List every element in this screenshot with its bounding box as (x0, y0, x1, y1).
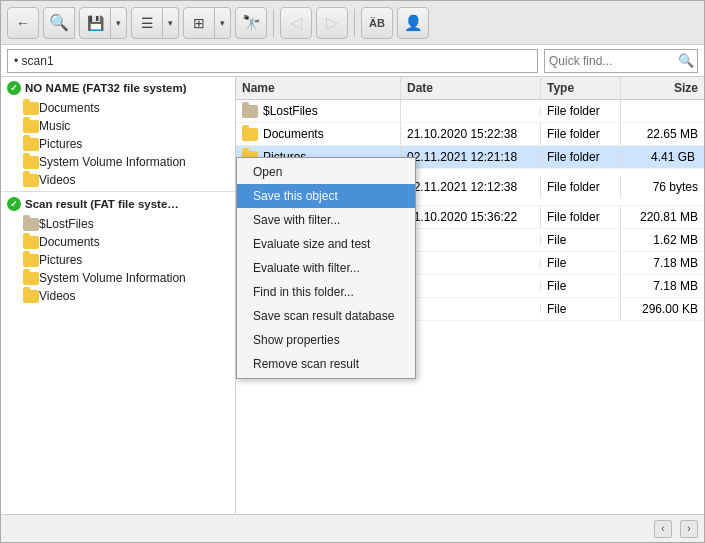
context-menu-evaluate-size[interactable]: Evaluate size and test (237, 232, 415, 256)
folder-icon (23, 290, 39, 303)
folder-icon (23, 120, 39, 133)
context-menu-show-properties[interactable]: Show properties (237, 328, 415, 352)
separator-1 (273, 9, 274, 37)
grid-button[interactable]: ⊞ (183, 7, 215, 39)
folder-icon (23, 138, 39, 151)
row-size: 220.81 MB (621, 206, 704, 228)
az-button[interactable]: ÄB (361, 7, 393, 39)
next-button[interactable]: ▷ (316, 7, 348, 39)
sys-vol-info-label-2: System Volume Information (39, 271, 186, 285)
sidebar-item-sysvolinfo-2[interactable]: System Volume Information (1, 269, 235, 287)
drive-active-icon: ✓ (7, 81, 21, 95)
sidebar-item-lostfiles[interactable]: $LostFiles (1, 215, 235, 233)
folder-icon (23, 236, 39, 249)
row-folder-gray-icon (242, 105, 258, 118)
context-menu-save-object[interactable]: Save this object (237, 184, 415, 208)
sidebar-item-music[interactable]: Music (1, 117, 235, 135)
list-button-group: ☰ ▾ (131, 7, 179, 39)
separator-2 (354, 9, 355, 37)
sidebar-item-sysvolinfo-1[interactable]: System Volume Information (1, 153, 235, 171)
status-bar: ‹ › (1, 514, 704, 542)
context-menu-save-filter[interactable]: Save with filter... (237, 208, 415, 232)
context-menu-open[interactable]: Open (237, 160, 415, 184)
scroll-left-button[interactable]: ‹ (654, 520, 672, 538)
folder-icon (23, 156, 39, 169)
search-button-group: 🔍 (43, 7, 75, 39)
row-type: File folder (541, 206, 621, 228)
folder-gray-icon (23, 218, 39, 231)
context-menu-remove-scan[interactable]: Remove scan result (237, 352, 415, 376)
save-dropdown[interactable]: ▾ (111, 7, 127, 39)
table-row[interactable]: $LostFiles File folder (236, 100, 704, 123)
prev-button[interactable]: ◁ (280, 7, 312, 39)
context-menu-evaluate-filter[interactable]: Evaluate with filter... (237, 256, 415, 280)
main-area: ✓ NO NAME (FAT32 file system) Documents … (1, 77, 704, 514)
save-button[interactable]: 💾 (79, 7, 111, 39)
sidebar-item-videos-1[interactable]: Videos (1, 171, 235, 189)
row-date: 02.11.2021 12:21:18 (401, 146, 541, 168)
scroll-right-button[interactable]: › (680, 520, 698, 538)
row-size: 1.62 MB (621, 229, 704, 251)
folder-icon (23, 102, 39, 115)
search-box: 🔍 (544, 49, 698, 73)
sidebar-item-documents-1[interactable]: Documents (1, 99, 235, 117)
sidebar-item-pictures-2[interactable]: Pictures (1, 251, 235, 269)
sys-vol-info-label-1: System Volume Information (39, 155, 186, 169)
sidebar-item-videos-2[interactable]: Videos (1, 287, 235, 305)
address-input[interactable] (7, 49, 538, 73)
row-date (401, 305, 541, 313)
folder-icon (23, 174, 39, 187)
sidebar-item-pictures-1[interactable]: Pictures (1, 135, 235, 153)
table-row[interactable]: Documents 21.10.2020 15:22:38 File folde… (236, 123, 704, 146)
col-header-name[interactable]: Name (236, 77, 401, 99)
list-button[interactable]: ☰ (131, 7, 163, 39)
row-type: File (541, 252, 621, 274)
address-bar: 🔍 (1, 45, 704, 77)
user-button[interactable]: 👤 (397, 7, 429, 39)
row-size: 4.41 GB (621, 146, 704, 168)
search-icon[interactable]: 🔍 (675, 50, 697, 72)
row-date (401, 259, 541, 267)
search-input[interactable] (545, 52, 675, 70)
row-type: File folder (541, 123, 621, 145)
row-type: File folder (541, 146, 621, 168)
row-size (621, 107, 704, 115)
row-name: $LostFiles (236, 100, 401, 122)
row-size: 7.18 MB (621, 252, 704, 274)
grid-button-group: ⊞ ▾ (183, 7, 231, 39)
row-date (401, 282, 541, 290)
row-type: File (541, 298, 621, 320)
search-button[interactable]: 🔍 (43, 7, 75, 39)
row-folder-icon (242, 128, 258, 141)
drive-scan-result[interactable]: ✓ Scan result (FAT file system; 7.86 GB.… (1, 191, 235, 215)
row-type: File (541, 229, 621, 251)
save-button-group: 💾 ▾ (79, 7, 127, 39)
col-header-date[interactable]: Date (401, 77, 541, 99)
row-size: 22.65 MB (621, 123, 704, 145)
row-date (401, 236, 541, 244)
app-window: ← 🔍 💾 ▾ ☰ ▾ ⊞ ▾ 🔭 ◁ ▷ ÄB 👤 🔍 (0, 0, 705, 543)
row-size: 76 bytes (621, 176, 704, 198)
drive-scan-icon: ✓ (7, 197, 21, 211)
list-dropdown[interactable]: ▾ (163, 7, 179, 39)
drive-no-name-label: NO NAME (FAT32 file system) (25, 82, 186, 94)
row-name: Documents (236, 123, 401, 145)
row-type: File (541, 275, 621, 297)
col-header-type[interactable]: Type (541, 77, 621, 99)
context-menu-save-scan-db[interactable]: Save scan result database (237, 304, 415, 328)
drive-no-name[interactable]: ✓ NO NAME (FAT32 file system) (1, 77, 235, 99)
binoculars-button[interactable]: 🔭 (235, 7, 267, 39)
left-panel: ✓ NO NAME (FAT32 file system) Documents … (1, 77, 236, 514)
table-header: Name Date Type Size (236, 77, 704, 100)
context-menu-find-folder[interactable]: Find in this folder... (237, 280, 415, 304)
right-panel: Name Date Type Size $LostFiles File fold… (236, 77, 704, 514)
row-size: 296.00 KB (621, 298, 704, 320)
row-type: File folder (541, 100, 621, 122)
row-type: File folder (541, 176, 621, 198)
folder-icon (23, 272, 39, 285)
sidebar-item-documents-2[interactable]: Documents (1, 233, 235, 251)
drive-scan-label: Scan result (FAT file system; 7.86 GB... (25, 198, 180, 210)
grid-dropdown[interactable]: ▾ (215, 7, 231, 39)
col-header-size[interactable]: Size (621, 77, 704, 99)
back-button[interactable]: ← (7, 7, 39, 39)
